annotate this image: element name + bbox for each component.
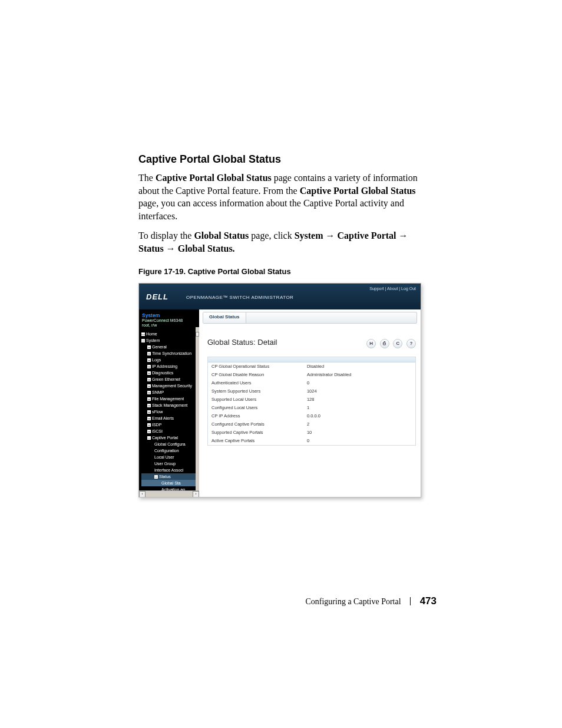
page-number: 473 [420,595,437,607]
expand-icon[interactable]: + [147,391,151,394]
refresh-icon[interactable]: C [393,339,402,348]
expand-icon[interactable]: + [147,378,151,381]
nav-item[interactable]: +iSCSI [141,428,199,434]
nav-item-label: Global Sta [161,481,181,485]
bold-term: Captive Portal Global Status [300,186,416,196]
status-key: Configured Captive Portals [208,420,303,429]
save-icon[interactable]: H [366,339,376,348]
paragraph-2: To display the Global Status page, click… [138,229,424,255]
table-row: Supported Captive Portals10 [208,429,415,437]
expand-icon[interactable]: + [147,404,151,407]
nav-item[interactable]: +Logs [141,357,199,363]
nav-item[interactable]: −System [141,337,199,344]
bold-term: Global Status [194,230,249,241]
status-value: 0 [303,437,415,445]
status-value: 1024 [303,387,415,396]
expand-icon[interactable]: + [147,365,151,368]
breadcrumb-status: Status [138,243,164,253]
expand-icon[interactable]: + [147,371,151,375]
bold-term: Captive Portal Global Status [156,173,272,183]
nav-sidebar: System PowerConnect M6348 root, r/w —Hom… [139,309,199,491]
expand-icon[interactable]: + [147,410,151,414]
figure-caption: Figure 17-19. Captive Portal Global Stat… [138,267,424,276]
main-panel: Global Status Global Status: Detail H ⎙ … [199,309,421,497]
text: page, you can access information about t… [138,198,404,221]
detail-panel: CP Global Operational StatusDisabledCP G… [207,357,416,446]
footer-separator [410,597,411,605]
expand-icon[interactable]: + [147,417,151,420]
panel-top-bar [208,357,415,363]
nav-item[interactable]: Configuration [141,447,199,454]
status-key: CP Global Disable Reason [208,371,303,379]
nav-item-label: Logs [152,358,161,362]
text: To display the [138,230,194,241]
nav-item[interactable]: −Status [141,473,199,480]
expand-icon[interactable]: + [147,430,151,433]
print-icon[interactable]: ⎙ [380,339,389,348]
nav-item-label: System [146,338,160,342]
nav-item[interactable]: +Stack Management [141,402,199,409]
nav-item[interactable]: +Time Synchronization [141,350,199,357]
help-icon[interactable]: ? [406,339,416,348]
nav-item[interactable]: —Home [141,331,199,337]
app-header: Support | About | Log Out DELL OPENMANAG… [139,284,421,309]
horizontal-scrollbar[interactable]: ‹ › [139,490,199,497]
nav-item[interactable]: Global Sta [141,480,199,486]
nav-item-label: Local User [154,455,174,459]
expand-icon[interactable]: + [147,397,151,401]
scroll-right-icon[interactable]: › [193,491,199,498]
nav-item-label: File Management [152,397,184,401]
nav-model: PowerConnect M6348 [142,318,196,323]
nav-system-label: System [142,313,196,318]
nav-item-label: Interface Associ [154,468,183,472]
nav-item[interactable]: +IP Addressing [141,363,199,370]
expand-icon[interactable]: — [141,332,145,336]
nav-item[interactable]: +Green Ethernet [141,376,199,383]
nav-item[interactable]: User Group [141,460,199,467]
nav-item[interactable]: Interface Associ [141,467,199,473]
status-key: Supported Captive Portals [208,429,303,437]
nav-item[interactable]: Local User [141,454,199,460]
nav-item-label: sFlow [152,410,163,414]
nav-user: root, r/w [142,323,196,328]
expand-icon[interactable]: + [147,352,151,355]
expand-icon[interactable]: + [147,423,151,427]
nav-item[interactable]: +Email Alerts [141,415,199,421]
status-table: CP Global Operational StatusDisabledCP G… [208,363,415,445]
nav-item[interactable]: +ISDP [141,421,199,428]
table-row: Active Captive Portals0 [208,437,415,445]
header-links[interactable]: Support | About | Log Out [369,286,416,291]
status-value: Disabled [303,363,415,371]
nav-item[interactable]: +sFlow [141,409,199,415]
nav-item-label: Global Configura [154,442,186,446]
nav-item[interactable]: +SNMP [141,389,199,396]
expand-icon[interactable]: − [147,436,151,440]
detail-title: Global Status: Detail [207,338,277,347]
tab-global-status[interactable]: Global Status [203,312,246,323]
nav-item-label: IP Addressing [152,364,177,368]
nav-item[interactable]: Global Configura [141,441,199,447]
expand-icon[interactable]: + [147,384,151,388]
expand-icon[interactable]: − [154,475,158,479]
app-body: System PowerConnect M6348 root, r/w —Hom… [139,309,421,497]
status-key: System Supported Users [208,387,303,396]
nav-item[interactable]: +Diagnostics [141,370,199,376]
page-footer: Configuring a Captive Portal 473 [305,595,437,607]
status-value: Administrator Disabled [303,371,415,379]
expand-icon[interactable]: − [141,339,145,342]
paragraph-1: The Captive Portal Global Status page co… [138,172,424,222]
expand-icon[interactable]: + [147,345,151,349]
nav-item-label: ISDP [152,423,161,427]
scroll-left-icon[interactable]: ‹ [139,491,146,498]
product-name: OPENMANAGE™ SWITCH ADMINISTRATOR [186,295,293,300]
expand-icon[interactable]: + [147,358,151,362]
document-page: Captive Portal Global Status The Captive… [0,0,562,728]
nav-item[interactable]: +General [141,344,199,350]
nav-item[interactable]: +Management Security [141,383,199,389]
status-key: Active Captive Portals [208,437,303,445]
nav-item[interactable]: −Captive Portal [141,434,199,441]
nav-item-label: User Group [154,462,176,466]
arrow-icon: → [166,243,176,253]
nav-item[interactable]: +File Management [141,396,199,402]
dell-logo: DELL [146,292,168,301]
